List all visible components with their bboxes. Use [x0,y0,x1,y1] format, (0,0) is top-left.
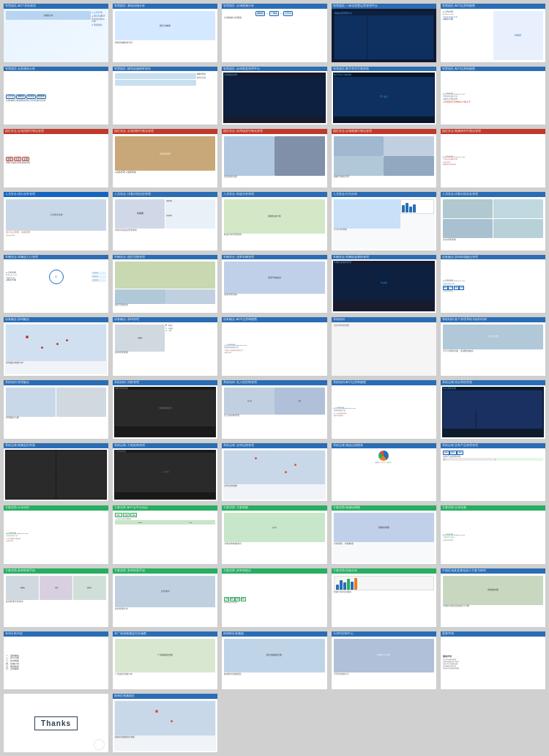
slide-3[interactable]: 智慧园区-全域视频分析 感知层 → 一体化 → 云平台 全域视频分析覆盖 [221,3,327,63]
slide-44[interactable]: 方案优势-分布试测 ● 公司代码 ● DCCS-AOT 方案优势分布测试 ● 解… [440,505,546,565]
slide-47-body: 开放 兼容 稳定 安全 多种智能化方案说明 [222,574,326,627]
slide-33[interactable]: 系统组织-AOT运营构建图 ● 公司代码 ● DCCS-AOT 系统组织解决方案… [331,379,437,440]
slide-47-header: 方案优势-多种智能化 [222,568,326,574]
slide-42[interactable]: 方案优势-方案构图 握手图 方案优势构图展示 [221,505,327,565]
slide-18-header: 人员安全-轨迹分析管理 [222,192,326,197]
slide-23[interactable]: 车辆安全-违章车辆管理 违章车辆监控 违章管理系统 [221,254,327,314]
slide-2[interactable]: 智慧园区-基础设施分析 园区鸟瞰图 基础设施数据分析 [112,3,218,63]
slide-42-header: 方案优势-方案构图 [222,505,326,511]
slide-30[interactable]: 系统组织-管理融合 管理融合方案 [3,379,109,440]
slide-26[interactable]: 设备融合-异码融合 异码融合地图分布 [3,316,109,377]
slide-23-body: 违章车辆监控 违章管理系统 [222,259,326,313]
slide-17-body: 设备图 访客管理 识别系统 访客识别信息管理系统 [113,197,217,251]
slide-47[interactable]: 方案优势-多种智能化 开放 兼容 稳定 安全 多种智能化方案说明 [221,568,327,628]
slide-37[interactable]: 系统运维-全球运维管理 全球运维地图 [221,442,327,503]
slide-11[interactable]: 园区安全-全域消防可视化管理 预警 处置 追溯 消防可视化管理系统说明 [3,128,109,188]
slide-5-header: 智慧园区-AOT运营构建图 [441,4,545,9]
slide-1[interactable]: 智慧园区-AOT系统规划 地图区域 ● 公司代码 ● DCCS-AOT 智慧园区… [3,3,109,63]
slide-14-body: 视频可视化管理 [332,134,436,188]
slide-24[interactable]: 车辆安全-车辆轨迹测到管理 车辆轨迹测到管理 轨迹图 [331,254,437,314]
slide-14-header: 园区安全-全域视频可视化管理 [332,129,436,134]
slide-14[interactable]: 园区安全-全域视频可视化管理 视频可视化管理 [331,128,437,188]
slide-51[interactable]: 布广场域视频监控设施图 广场视频监控图 广场监控设施分布 [112,631,218,691]
slide-36[interactable]: 系统运维-工程架构管理 工程架构图 CAD图纸 [112,442,218,503]
slide-45[interactable]: 方案优势-多种部署手段 摄像机 存储 服务器 多种部署手段展示 [3,568,109,628]
slide-10[interactable]: 智慧园区-AOT运营构建图 ● 公司代码 ● DCCS-AOT 智慧园区建设解决… [440,66,546,126]
slide-46[interactable]: 方案优势-多种部署手段 合作握手 多种部署方式 [112,568,218,628]
slide-34-body: 综合系统界面 [441,385,545,439]
slide-12[interactable]: 园区安全-全域消防可视化管理 消防现场图 ● 设备管理 ● 预警系统 [112,128,218,188]
slide-53[interactable]: 天津市控制中心 控制中心大屏 天津市控制中心 [331,631,437,691]
slide-15-body: ● 公司代码 ● DCCS-AOT 人员安全管理解决方案 ● 解决方案 视频研判… [441,134,545,188]
slide-50-header: 布局分析内容 [4,631,108,637]
slide-49-header: 中国区域某某基地设计方案与研究 [441,568,545,574]
slide-39-header: 系统运维-业务产品管理管理 [441,443,545,448]
slide-16[interactable]: 人员安全-进出业务管理 人员进出业务 员工出入管理、访客管理 综合安全管理 [3,191,109,251]
slide-17[interactable]: 人员安全-访客识别信息管理 设备图 访客管理 识别系统 访客识别信息管理系统 [112,191,218,251]
slide-25[interactable]: 设备融合-异码终端融合管理 ● 公司代码 ● DCCS-AOT 设备融合解决方案… [440,254,546,314]
slide-12-body: 消防现场图 ● 设备管理 ● 预警系统 [113,134,217,188]
slide-40[interactable]: 方案优势-分布试列 ● 公司代码 ● DCCS-AOT 方案优势解决方案 ● 分… [3,505,109,565]
slide-34-header: 系统运维-综合系统界面 [441,380,545,385]
slide-27-body: 设备图 🔲 摄像头 📡 传感器 🔊 广播 异码管理界面 [113,322,217,376]
slide-18[interactable]: 人员安全-轨迹分析管理 地图轨迹分析 轨迹分析管理系统 [221,191,327,251]
slide-22[interactable]: 车辆安全-园区范围管理 园区范围监控 [112,254,218,314]
slide-35[interactable]: 系统运维-视频监控界面 [3,442,109,503]
slide-36-header: 系统运维-工程架构管理 [113,443,217,448]
slide-7[interactable]: 智慧园区-建筑设施物联管控 物联管控 建筑设施 [112,66,218,126]
slide-43[interactable]: 方案优势-视频组网图 视频组网图 分析报告、性能数据 [331,505,437,565]
slide-43-body: 视频组网图 分析报告、性能数据 [332,511,436,564]
slide-45-body: 摄像机 存储 服务器 多种部署手段展示 [4,574,108,627]
slide-29[interactable]: 系统组织-各个管理系统与组织结构 公交/轨交图 平台与系统对接、多源数据融合 [440,316,546,377]
corner-accent-10 [541,68,544,71]
slide-28b-header: 系统组织 [332,317,436,322]
slide-50[interactable]: 布局分析内容 一、系统概述 二、设计方案 三、技术规格 四、实施计划 五、费用预… [3,631,109,691]
slide-8[interactable]: 智慧园区-全球视觉管理平台 全球视觉管理 [221,66,327,126]
slide-55-thanks[interactable]: Thanks [3,693,109,753]
slide-54-header: 重要声明 [441,631,545,637]
slide-3-header: 智慧园区-全域视频分析 [222,4,326,9]
slide-20[interactable]: 人员安全-访客识别实名管理 实名管理系统 [440,191,546,251]
slide-7-header: 智慧园区-建筑设施物联管控 [113,67,217,72]
slide-2-body: 园区鸟瞰图 基础设施数据分析 [113,9,217,62]
slide-10-body: ● 公司代码 ● DCCS-AOT 智慧园区建设解决方案 ● 解决方案说明 ● … [441,71,545,125]
slide-54[interactable]: 重要声明 重要声明 本文件仅供参考使用， 所有内容版权归公司所有， 未经许可不得… [440,631,546,691]
slide-53-body: 控制中心大屏 天津市控制中心 [332,637,436,690]
slide-28b[interactable]: 系统组织 组织系统架构图 [331,316,437,377]
slide-55-body: Thanks [4,694,108,752]
slide-4[interactable]: 智慧园区-一体化智慧运营管理平台 智能运营管理平台 [331,3,437,63]
slide-19[interactable]: 人员安全-行为分析 行为分析系统 [331,191,437,251]
slide-32-header: 系统组织-无人机控制管理 [222,380,326,385]
slide-34[interactable]: 系统运维-综合系统界面 综合系统界面 [440,379,546,440]
slide-52[interactable]: 路南附近视频园 附近视频园区图 路南附近视频园区 [221,631,327,691]
slide-28[interactable]: 设备融合-AOT运营构建图 ● 公司代码 ● DCCS-AOT 智慧园区建设解决… [221,316,327,377]
slide-6-body: 云平台 感知层 应用层 数据层 全面感知云联架构说明文字内容展示区域 [4,71,108,125]
slide-9-body: 数字孪生可视界面 3D 园区 [332,71,436,125]
slide-27[interactable]: 设备融合-异码管理 设备图 🔲 摄像头 📡 传感器 🔊 广播 异码管理界面 [112,316,218,377]
slide-15[interactable]: 园区安全-视频研判可视化管理 ● 公司代码 ● DCCS-AOT 人员安全管理解… [440,128,546,188]
slide-48[interactable]: 方案优势-性能分析 性能分析对比图表 [331,568,437,628]
slide-32[interactable]: 系统组织-无人机控制管理 无人机 人群 无人机控制管理 [221,379,327,440]
slide-9-header: 智慧园区-数字孪生可视界面 [332,67,436,72]
slide-9[interactable]: 智慧园区-数字孪生可视界面 数字孪生可视界面 3D 园区 [331,66,437,126]
slide-6[interactable]: 智慧园区-全面感知云联 云平台 感知层 应用层 数据层 全面感知云联架构说明文字… [3,66,109,126]
slide-13[interactable]: 园区安全-应用场景可视化管理 应用场景说明 [221,128,327,188]
slide-25-header: 设备融合-异码终端融合管理 [441,255,545,260]
slide-21[interactable]: 车辆安全-车辆进入口管理 ● 公司代码 ● DCCS-AOT 车辆管理方案 ● … [3,254,109,314]
slide-44-header: 方案优势-分布试测 [441,505,545,511]
slide-15-header: 园区安全-视频研判可视化管理 [441,129,545,134]
slide-38[interactable]: 系统运维-精选运维图表 ■ 类型A ■ 类型B ■ 类型C [331,442,437,503]
slide-50-body: 一、系统概述 二、设计方案 三、技术规格 四、实施计划 五、费用预算 六、运维服… [4,637,108,690]
slide-31[interactable]: 系统组织-消防管理 消防管理系统 消防视频监控 [112,379,218,440]
slide-41[interactable]: 方案优势-AOT全平台综合 方案A 方案B 方案C AOT全平台综合方案架构 D… [112,505,218,565]
slide-56[interactable]: 路南区视频园区 路南区视频园区地图 [112,693,218,753]
slide-56-header: 路南区视频园区 [113,694,217,699]
thanks-text: Thanks [34,716,78,730]
corner-accent-5 [541,5,544,8]
slide-24-header: 车辆安全-车辆轨迹测到管理 [332,255,436,260]
slide-5[interactable]: 智慧园区-AOT运营构建图 ● 公司代码 ● DCCS-AOT 智慧园区整体解决… [440,3,546,63]
slide-6-header: 智慧园区-全面感知云联 [4,67,108,72]
slide-39[interactable]: 系统运维-业务产品管理管理 设备1 设备2 设备3 业务产品管理详情 状态 正常 [440,442,546,503]
slide-24-body: 车辆轨迹测到管理 轨迹图 [332,259,436,313]
slide-49[interactable]: 中国区域某某基地设计方案与研究 基地航拍图 中国区域某某基地设计方案 [440,568,546,628]
